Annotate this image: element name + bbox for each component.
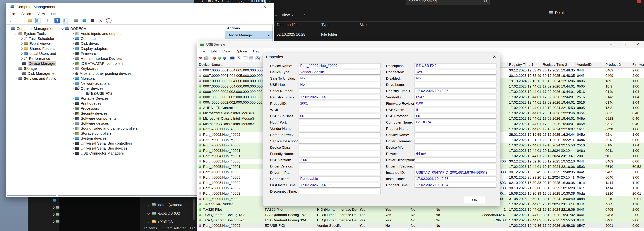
field-value[interactable]: 17.02.2026 19:51:24 — [414, 182, 496, 188]
field-value[interactable]: EZ-USB FX2 — [414, 63, 496, 68]
field-value[interactable] — [298, 107, 380, 112]
field-value[interactable]: 0.00 — [414, 101, 496, 106]
maximize-button[interactable]: ❒ — [622, 42, 627, 47]
field-value[interactable]: 00 — [414, 114, 496, 118]
field-value[interactable] — [414, 126, 496, 131]
file-row[interactable]: 02.10.2025 16:28 File folder — [274, 31, 644, 38]
device-row[interactable]: T.A320 PilotT.A320 PilotHID (Human Inter… — [197, 207, 644, 212]
field-value[interactable]: No — [298, 76, 380, 81]
chevron-right-icon[interactable] — [72, 147, 74, 150]
back-arrow-icon[interactable]: ← — [8, 18, 14, 24]
scan-hardware-icon[interactable] — [82, 18, 87, 24]
chevron-right-icon[interactable] — [72, 102, 74, 105]
chevron-down-icon[interactable] — [72, 87, 74, 90]
field-value[interactable] — [298, 151, 380, 156]
device-row[interactable]: Port_#0002.Hub_#0002EZ-USB FX2Vendor Spe… — [197, 223, 644, 228]
field-value[interactable]: 17.02.2026 19:49:36 — [414, 88, 496, 94]
uninstall-device-icon[interactable]: ✖ — [98, 18, 104, 24]
column-header-firmware-revision[interactable]: Firmware Revision — [631, 62, 644, 68]
field-value[interactable]: Removable — [298, 176, 380, 181]
column-header-productid[interactable]: ProductID — [604, 62, 631, 68]
chevron-right-icon[interactable] — [147, 221, 150, 223]
field-value[interactable]: USB\VID_0547&PID_2001\8&1b878445&0&2 — [414, 170, 496, 175]
connected-filter-red-icon[interactable] — [213, 57, 216, 60]
chevron-right-icon[interactable] — [72, 122, 74, 125]
chevron-right-icon[interactable] — [20, 42, 23, 45]
menu-item-view[interactable]: View — [37, 12, 45, 16]
show-panes-icon[interactable] — [62, 18, 68, 24]
device-tree-audio-inputs-and-outputs[interactable]: Audio inputs and outputs — [58, 31, 223, 36]
chevron-right-icon[interactable] — [15, 77, 17, 80]
field-value[interactable] — [414, 132, 496, 138]
close-button[interactable]: ✕ — [262, 4, 267, 9]
chevron-right-icon[interactable] — [72, 77, 74, 80]
title-bar[interactable]: USBDeview – ❒ ✕ — [197, 41, 644, 48]
help-icon[interactable]: ? — [54, 18, 60, 24]
uninstall-icon[interactable] — [204, 56, 208, 60]
chevron-right-icon[interactable] — [72, 42, 74, 45]
properties-icon[interactable] — [249, 56, 253, 60]
console-tree-task-scheduler[interactable]: Task Scheduler — [8, 36, 56, 41]
field-value[interactable]: ff — [414, 107, 496, 112]
find-icon[interactable] — [256, 56, 260, 60]
field-value[interactable]: 17.02.2026 19:49:09 — [298, 182, 380, 188]
copy-icon[interactable] — [243, 56, 247, 60]
export-folder-icon[interactable] — [27, 18, 33, 24]
field-value[interactable]: 0547 — [414, 95, 496, 100]
field-value[interactable] — [298, 120, 380, 125]
chevron-right-icon[interactable] — [72, 72, 74, 75]
disable-device-icon[interactable]: ↓ — [106, 18, 112, 23]
field-value[interactable] — [298, 139, 380, 144]
chevron-right-icon[interactable] — [72, 58, 74, 60]
field-value[interactable] — [298, 145, 380, 150]
field-value[interactable] — [298, 88, 380, 94]
tree-item[interactable]: eXoDOS — [140, 218, 197, 226]
field-value[interactable]: Yes — [414, 70, 496, 74]
tree-item[interactable]: eXoDOS (G:) — [140, 209, 197, 218]
chevron-right-icon[interactable] — [72, 68, 74, 70]
minimize-button[interactable]: – — [236, 4, 240, 9]
field-value[interactable] — [414, 82, 496, 87]
more-button[interactable]: ••• — [302, 13, 307, 16]
chevron-right-icon[interactable] — [20, 48, 23, 50]
title-bar[interactable]: Computer Management – ❒ ✕ — [6, 3, 274, 11]
chevron-right-icon[interactable] — [72, 127, 74, 130]
device-row[interactable]: TCA Quadrant Boeing 1&2TCA Quadrant Boei… — [197, 212, 644, 218]
chevron-down-icon[interactable] — [147, 212, 150, 214]
chevron-right-icon[interactable] — [72, 142, 74, 144]
menu-item-edit[interactable]: Edit — [211, 49, 217, 53]
column-header-registry-time-1[interactable]: Registry Time 1 — [508, 62, 541, 68]
save-icon[interactable] — [230, 56, 234, 60]
field-value[interactable]: 2.00 — [298, 158, 380, 162]
actions-device-manager[interactable]: Device Manager — [225, 32, 272, 39]
field-value[interactable] — [414, 164, 496, 169]
details-button[interactable]: Details — [549, 11, 566, 15]
chevron-right-icon[interactable] — [72, 117, 74, 120]
device-row[interactable]: TCA Quadrant Boeing 3&4TCA Quadrant Boei… — [197, 218, 644, 223]
field-value[interactable] — [298, 132, 380, 138]
field-value[interactable] — [414, 158, 496, 162]
chevron-right-icon[interactable] — [20, 52, 23, 55]
field-value[interactable]: 00 — [298, 114, 380, 118]
chevron-right-icon[interactable] — [72, 82, 74, 85]
forward-arrow-icon[interactable]: → — [16, 18, 22, 24]
field-value[interactable]: DODECA — [414, 120, 496, 125]
field-value[interactable]: 2001 — [298, 101, 380, 106]
field-value[interactable] — [414, 139, 496, 144]
field-value[interactable] — [414, 145, 496, 150]
field-value[interactable]: Port_#0002.Hub_#0002 — [298, 63, 380, 68]
field-value[interactable] — [298, 126, 380, 131]
console-tree-device-manager[interactable]: Device Manager — [8, 61, 56, 66]
menu-item-file[interactable]: File — [200, 49, 205, 53]
close-icon[interactable]: ✕ — [493, 54, 496, 59]
column-header-registry-time-2[interactable]: Registry Time 2 — [541, 62, 576, 68]
console-tree-event-viewer[interactable]: Event Viewer — [8, 41, 56, 46]
chevron-right-icon[interactable] — [147, 204, 150, 206]
console-tree-services-and-applications[interactable]: Services and Applications — [8, 76, 56, 81]
show-action-pane-icon[interactable] — [44, 18, 49, 24]
field-value[interactable]: 17.02.2026 19:49:36 — [414, 176, 496, 181]
column-header[interactable]: Size — [357, 23, 382, 27]
chevron-right-icon[interactable] — [72, 62, 74, 65]
update-settings-icon[interactable] — [74, 18, 79, 24]
delete-icon[interactable]: ✖ — [199, 56, 202, 61]
